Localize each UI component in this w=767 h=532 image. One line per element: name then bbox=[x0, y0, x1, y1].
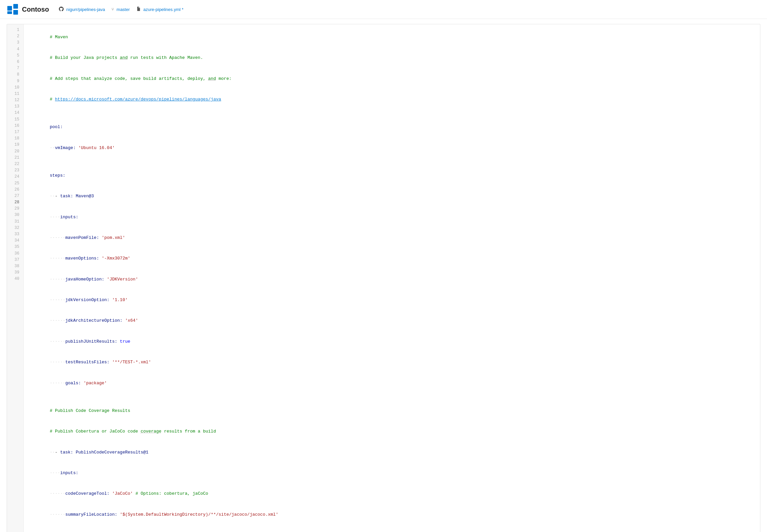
code-line-14: ······javaHomeOption: 'JDKVersion' bbox=[24, 269, 760, 290]
code-line-17: ······publishJUnitResults: true bbox=[24, 331, 760, 352]
line-num-3: 3 bbox=[7, 40, 23, 46]
line-num-37: 37 bbox=[7, 257, 23, 263]
line-num-35: 35 bbox=[7, 244, 23, 250]
logo-area: Contoso bbox=[7, 3, 49, 15]
line-num-20: 20 bbox=[7, 148, 23, 155]
line-num-11: 11 bbox=[7, 91, 23, 97]
line-num-13: 13 bbox=[7, 103, 23, 110]
file-icon bbox=[136, 7, 140, 12]
code-line-10: ··- task: Maven@3 bbox=[24, 186, 760, 207]
code-line-15: ······jdkVersionOption: '1.10' bbox=[24, 290, 760, 310]
code-line-19: ······goals: 'package' bbox=[24, 373, 760, 394]
line-num-39: 39 bbox=[7, 269, 23, 276]
branch-link[interactable]: master bbox=[116, 7, 130, 12]
line-num-19: 19 bbox=[7, 142, 23, 148]
line-num-30: 30 bbox=[7, 212, 23, 218]
code-line-25: ······codeCoverageTool: 'JaCoCo' # Optio… bbox=[24, 484, 760, 504]
editor-container: 1 2 3 4 5 6 7 8 9 10 11 12 13 14 15 16 1… bbox=[7, 24, 760, 532]
svg-marker-4 bbox=[10, 5, 11, 6]
line-num-7: 7 bbox=[7, 65, 23, 72]
code-area[interactable]: 1 2 3 4 5 6 7 8 9 10 11 12 13 14 15 16 1… bbox=[7, 24, 760, 532]
code-line-27: ······reportDirectory: '$(System.Default… bbox=[24, 525, 760, 532]
svg-rect-0 bbox=[7, 6, 12, 11]
line-num-34: 34 bbox=[7, 238, 23, 244]
code-line-20 bbox=[24, 394, 760, 401]
code-line-4: # https://docs.microsoft.com/azure/devop… bbox=[24, 89, 760, 110]
line-num-27: 27 bbox=[7, 193, 23, 199]
line-num-25: 25 bbox=[7, 180, 23, 187]
code-line-3: # Add steps that analyze code, save buil… bbox=[24, 69, 760, 89]
svg-rect-1 bbox=[13, 4, 18, 9]
line-num-1: 1 bbox=[7, 27, 23, 33]
line-num-23: 23 bbox=[7, 167, 23, 174]
line-num-8: 8 bbox=[7, 72, 23, 78]
code-line-2: # Build your Java projects and run tests… bbox=[24, 48, 760, 68]
line-num-29: 29 bbox=[7, 206, 23, 212]
line-num-6: 6 bbox=[7, 59, 23, 65]
code-lines[interactable]: # Maven # Build your Java projects and r… bbox=[24, 24, 760, 532]
line-num-16: 16 bbox=[7, 123, 23, 129]
code-line-26: ······summaryFileLocation: '$(System.Def… bbox=[24, 504, 760, 525]
code-line-6: pool: bbox=[24, 117, 760, 137]
code-line-12: ······mavenPomFile: 'pom.xml' bbox=[24, 228, 760, 248]
app-title: Contoso bbox=[22, 6, 49, 13]
line-num-2: 2 bbox=[7, 33, 23, 40]
code-line-7: ··vmImage: 'Ubuntu 16.04' bbox=[24, 138, 760, 158]
code-line-24: ····inputs: bbox=[24, 463, 760, 483]
line-num-32: 32 bbox=[7, 225, 23, 231]
code-line-21: # Publish Code Coverage Results bbox=[24, 401, 760, 421]
code-line-16: ······jdkArchitectureOption: 'x64' bbox=[24, 311, 760, 331]
line-num-14: 14 bbox=[7, 110, 23, 116]
line-num-28: 28 bbox=[7, 199, 23, 206]
line-num-5: 5 bbox=[7, 53, 23, 59]
line-num-15: 15 bbox=[7, 116, 23, 123]
line-num-12: 12 bbox=[7, 97, 23, 103]
line-num-18: 18 bbox=[7, 135, 23, 142]
line-num-38: 38 bbox=[7, 263, 23, 269]
line-num-4: 4 bbox=[7, 46, 23, 53]
code-line-13: ······mavenOptions: '-Xmx3072m' bbox=[24, 249, 760, 269]
svg-rect-2 bbox=[13, 10, 18, 15]
line-num-26: 26 bbox=[7, 187, 23, 193]
app-logo-icon bbox=[7, 3, 19, 15]
code-line-5 bbox=[24, 110, 760, 117]
github-icon bbox=[59, 7, 64, 12]
code-line-1: # Maven bbox=[24, 27, 760, 48]
line-num-33: 33 bbox=[7, 231, 23, 238]
file-link[interactable]: azure-pipelines.yml * bbox=[143, 7, 183, 12]
repo-link[interactable]: nigurr/pipelines-java bbox=[66, 7, 105, 12]
code-line-22: # Publish Cobertura or JaCoCo code cover… bbox=[24, 421, 760, 442]
line-num-22: 22 bbox=[7, 161, 23, 167]
line-num-21: 21 bbox=[7, 155, 23, 161]
line-numbers: 1 2 3 4 5 6 7 8 9 10 11 12 13 14 15 16 1… bbox=[7, 24, 24, 532]
line-num-31: 31 bbox=[7, 219, 23, 225]
code-line-9: steps: bbox=[24, 165, 760, 186]
line-num-9: 9 bbox=[7, 78, 23, 85]
svg-rect-3 bbox=[7, 11, 12, 14]
branch-icon: ⑂ bbox=[111, 7, 114, 12]
line-num-40: 40 bbox=[7, 276, 23, 282]
line-num-24: 24 bbox=[7, 174, 23, 180]
code-line-8 bbox=[24, 158, 760, 165]
line-num-10: 10 bbox=[7, 85, 23, 91]
line-num-36: 36 bbox=[7, 251, 23, 257]
code-line-23: ··- task: PublishCodeCoverageResults@1 bbox=[24, 442, 760, 463]
breadcrumb: nigurr/pipelines-java ⑂ master azure-pip… bbox=[59, 7, 183, 12]
line-num-17: 17 bbox=[7, 129, 23, 135]
header: Contoso nigurr/pipelines-java ⑂ master a… bbox=[0, 0, 767, 19]
code-line-11: ····inputs: bbox=[24, 207, 760, 228]
code-line-18: ······testResultsFiles: '**/TEST-*.xml' bbox=[24, 352, 760, 373]
